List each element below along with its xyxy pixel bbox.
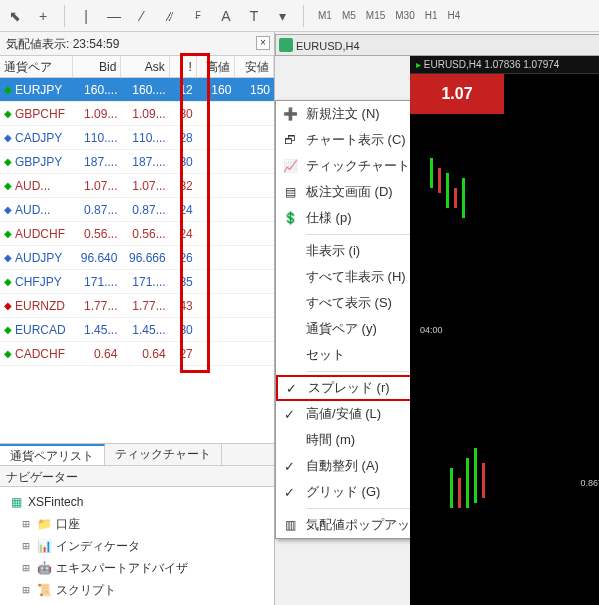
expand-icon[interactable]: ⊞ (20, 535, 32, 557)
header-spread[interactable]: ! (170, 56, 197, 77)
header-symbol[interactable]: 通貨ペア (0, 56, 73, 77)
cursor-tool-icon[interactable]: ⬉ (4, 5, 26, 27)
label-tool-icon[interactable]: T (243, 5, 265, 27)
market-watch-row[interactable]: ◆CADCHF0.640.6427 (0, 342, 274, 366)
ask-price: 0.87... (121, 198, 169, 221)
fibo-tool-icon[interactable]: ₣ (187, 5, 209, 27)
period-h4[interactable]: H4 (444, 8, 465, 23)
period-m1[interactable]: M1 (314, 8, 336, 23)
header-low[interactable]: 安値 (235, 56, 274, 77)
symbol-name: AUD... (15, 174, 50, 197)
chart-window-title[interactable]: EURUSD,H4 (275, 34, 599, 56)
tick-icon: 📈 (282, 158, 298, 174)
high-value (197, 150, 236, 173)
context-menu-label: 高値/安値 (L) (306, 405, 381, 423)
sell-button[interactable]: 1.07 (410, 74, 504, 114)
spread-value: 27 (170, 342, 197, 365)
bid-price: 110.... (73, 126, 121, 149)
channel-tool-icon[interactable]: ⫽ (159, 5, 181, 27)
expand-icon[interactable]: ⊞ (20, 579, 32, 601)
market-watch-row[interactable]: ◆CHFJPY171....171....35 (0, 270, 274, 294)
spread-value: 43 (170, 294, 197, 317)
context-menu-label: 板注文画面 (D) (306, 183, 393, 201)
market-watch-row[interactable]: ◆EURNZD1.77...1.77...43 (0, 294, 274, 318)
navigator-item[interactable]: ⊞🤖エキスパートアドバイザ (20, 557, 270, 579)
chart-canvas[interactable]: 04:00 (410, 118, 569, 605)
low-value (235, 222, 274, 245)
symbol-name: EURNZD (15, 294, 65, 317)
bid-price: 0.87... (73, 198, 121, 221)
symbol-name: EURJPY (15, 78, 62, 101)
market-watch-title: 気配値表示: 23:54:59 × (0, 32, 274, 56)
more-tools-icon[interactable]: ▾ (271, 5, 293, 27)
context-menu-label: 自動整列 (A) (306, 457, 379, 475)
market-watch-label: 気配値表示: (6, 37, 69, 51)
ask-price: 160.... (121, 78, 169, 101)
symbol-name: CADCHF (15, 342, 65, 365)
check-icon: ✓ (286, 381, 297, 396)
low-value (235, 246, 274, 269)
market-watch-row[interactable]: ◆AUDJPY96.64096.66626 (0, 246, 274, 270)
depth-icon: ▤ (282, 184, 298, 200)
context-menu-label: グリッド (G) (306, 483, 380, 501)
arrow-up-icon: ◆ (4, 342, 12, 365)
chart-icon (279, 38, 293, 52)
period-m15[interactable]: M15 (362, 8, 389, 23)
navigator-item[interactable]: ⊞📁口座 (20, 513, 270, 535)
expand-icon[interactable]: ⊞ (20, 513, 32, 535)
symbol-name: GBPJPY (15, 150, 62, 173)
high-value (197, 342, 236, 365)
market-watch-row[interactable]: ◆CADJPY110....110....28 (0, 126, 274, 150)
market-watch-row[interactable]: ◆AUD...0.87...0.87...24 (0, 198, 274, 222)
low-value (235, 174, 274, 197)
close-icon[interactable]: × (256, 36, 270, 50)
spread-value: 24 (170, 198, 197, 221)
period-m5[interactable]: M5 (338, 8, 360, 23)
market-watch-time: 23:54:59 (73, 37, 120, 51)
market-watch-tabs: 通貨ペアリスト ティックチャート (0, 443, 274, 465)
folder-icon: 📁 (36, 516, 52, 532)
header-ask[interactable]: Ask (121, 56, 169, 77)
high-value (197, 102, 236, 125)
market-watch-row[interactable]: ◆GBPCHF1.09...1.09...30 (0, 102, 274, 126)
navigator-title: ナビゲーター (0, 465, 274, 487)
low-value (235, 198, 274, 221)
spread-value: 32 (170, 174, 197, 197)
chart-status-line: ▸ EURUSD,H4 1.07836 1.07974 1.00 (410, 56, 599, 74)
bid-price: 0.56... (73, 222, 121, 245)
market-watch-row[interactable]: ◆AUD...1.07...1.07...32 (0, 174, 274, 198)
ask-price: 171.... (121, 270, 169, 293)
expand-icon[interactable]: ⊞ (20, 557, 32, 579)
period-h1[interactable]: H1 (421, 8, 442, 23)
context-menu-label: 新規注文 (N) (306, 105, 380, 123)
context-menu-label: 通貨ペア (y) (306, 320, 377, 338)
crosshair-tool-icon[interactable]: + (32, 5, 54, 27)
vline-tool-icon[interactable]: | (75, 5, 97, 27)
bid-price: 160.... (73, 78, 121, 101)
market-watch-row[interactable]: ◆AUDCHF0.56...0.56...24 (0, 222, 274, 246)
market-watch-row[interactable]: ◆EURJPY160....160....12160150 (0, 78, 274, 102)
market-watch-row[interactable]: ◆GBPJPY187....187....30 (0, 150, 274, 174)
tab-tick-chart[interactable]: ティックチャート (105, 444, 222, 465)
navigator-item[interactable]: ⊞📊インディケータ (20, 535, 270, 557)
header-high[interactable]: 高値 (197, 56, 236, 77)
arrow-down-icon: ◆ (4, 126, 12, 149)
low-value (235, 342, 274, 365)
context-menu-label: 非表示 (i) (306, 242, 360, 260)
arrow-down-icon: ◆ (4, 198, 12, 221)
period-m30[interactable]: M30 (391, 8, 418, 23)
tab-symbol-list[interactable]: 通貨ペアリスト (0, 444, 105, 465)
bid-price: 1.09... (73, 102, 121, 125)
navigator-item[interactable]: ⊞📜スクリプト (20, 579, 270, 601)
y-axis-tick: 0.86774 (580, 478, 599, 488)
ask-price: 1.45... (121, 318, 169, 341)
high-value (197, 126, 236, 149)
header-bid[interactable]: Bid (73, 56, 121, 77)
navigator-root[interactable]: ▦ XSFintech (8, 491, 270, 513)
market-watch-row[interactable]: ◆EURCAD1.45...1.45...30 (0, 318, 274, 342)
spread-value: 28 (170, 126, 197, 149)
spread-value: 24 (170, 222, 197, 245)
trendline-tool-icon[interactable]: ∕ (131, 5, 153, 27)
text-tool-icon[interactable]: A (215, 5, 237, 27)
hline-tool-icon[interactable]: — (103, 5, 125, 27)
